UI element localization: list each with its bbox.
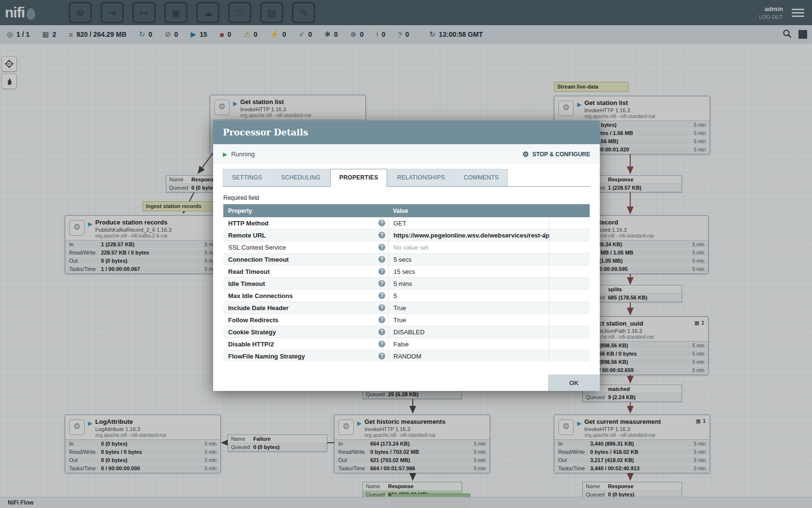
tab-scheduling[interactable]: SCHEDULING [272, 169, 330, 186]
property-value-cell: https://www.pegelonline.wsv.de/webservic… [388, 229, 550, 241]
row-spacer [550, 290, 590, 301]
help-icon[interactable]: ? [378, 256, 385, 263]
property-name: FlowFile Naming Strategy [228, 353, 305, 360]
property-row: Connection Timeout?5 secs [223, 254, 590, 266]
row-spacer [550, 314, 590, 326]
property-name-cell: HTTP Method? [223, 217, 388, 229]
property-row: HTTP Method?GET [223, 217, 590, 229]
info-icon[interactable]: i [543, 232, 545, 239]
row-spacer [550, 254, 590, 265]
property-column-header: Property [223, 208, 388, 214]
properties-table-header: Property Value [223, 204, 590, 217]
help-icon[interactable]: ? [378, 220, 385, 226]
property-name: Include Date Header [228, 304, 289, 312]
row-spacer [550, 326, 590, 338]
help-icon[interactable]: ? [378, 232, 385, 239]
property-name: Disable HTTP/2 [228, 341, 274, 348]
help-icon[interactable]: ? [378, 341, 385, 347]
property-value-cell: 5 mins [388, 278, 550, 289]
property-value: No value set [393, 244, 428, 251]
help-icon[interactable]: ? [378, 244, 385, 251]
running-status-icon: ▶ [223, 151, 227, 158]
property-value-cell: RANDOM [388, 350, 550, 361]
property-row: SSL Context Service?No value set [223, 241, 590, 254]
row-spacer [550, 217, 590, 229]
property-name-cell: Max Idle Connections? [223, 290, 388, 301]
help-icon[interactable]: ? [378, 268, 385, 275]
tab-settings[interactable]: SETTINGS [223, 169, 271, 186]
property-name-cell: Connection Timeout? [223, 254, 388, 265]
properties-table: Property Value HTTP Method?GETRemote URL… [223, 204, 590, 361]
property-name: SSL Context Service [228, 244, 286, 251]
property-name-cell: Disable HTTP/2? [223, 338, 388, 350]
row-spacer [550, 350, 590, 361]
required-field-note: Required field [223, 194, 590, 201]
property-value: GET [393, 220, 406, 227]
property-name-cell: Cookie Strategy? [223, 326, 388, 338]
property-value-cell: False [388, 338, 550, 350]
row-spacer [550, 302, 590, 314]
property-value: True [393, 304, 406, 312]
property-value-cell: No value set [388, 241, 550, 253]
dialog-tabs: SETTINGSSCHEDULINGPROPERTIESRELATIONSHIP… [223, 169, 590, 187]
property-row: Idle Timeout?5 mins [223, 278, 590, 290]
dialog-header: Processor Details [213, 120, 600, 144]
stop-configure-label: STOP & CONFIGURE [532, 151, 590, 158]
nifi-app: ⚙▶Get station listInvokeHTTP 1.16.3org.a… [0, 0, 812, 508]
property-value: False [393, 341, 409, 348]
property-value-cell: 15 secs [388, 266, 550, 277]
property-name-cell: Idle Timeout? [223, 278, 388, 289]
dialog-status-row: ▶ Running ⚙ STOP & CONFIGURE [213, 144, 600, 164]
property-name: Idle Timeout [228, 280, 265, 287]
property-name: Remote URL [228, 232, 266, 239]
property-value: 5 mins [393, 280, 412, 287]
row-spacer [550, 229, 590, 241]
property-name: Cookie Strategy [228, 329, 276, 336]
property-value: https://www.pegelonline.wsv.de/webservic… [393, 232, 550, 239]
help-icon[interactable]: ? [378, 329, 385, 335]
property-name: Max Idle Connections [228, 292, 293, 299]
row-spacer [550, 338, 590, 350]
property-name-cell: Remote URL? [223, 229, 388, 241]
property-value-cell: GET [388, 217, 550, 229]
property-name: Connection Timeout [228, 256, 289, 263]
property-row: FlowFile Naming Strategy?RANDOM [223, 350, 590, 361]
processor-details-dialog: Processor Details ▶ Running ⚙ STOP & CON… [213, 120, 600, 391]
property-row: Follow Redirects?True [223, 314, 590, 326]
property-value: 5 [393, 292, 397, 299]
dialog-title: Processor Details [223, 127, 308, 137]
help-icon[interactable]: ? [378, 353, 385, 359]
properties-table-body: HTTP Method?GETRemote URL?https://www.pe… [223, 217, 590, 361]
property-value-cell: True [388, 314, 550, 326]
property-name-cell: SSL Context Service? [223, 241, 388, 253]
tab-relationships[interactable]: RELATIONSHIPS [388, 169, 454, 186]
property-row: Max Idle Connections?5 [223, 290, 590, 302]
ok-button[interactable]: OK [548, 374, 600, 391]
property-name-cell: Include Date Header? [223, 302, 388, 314]
property-value-cell: 5 secs [388, 254, 550, 265]
property-value: 5 secs [393, 256, 412, 263]
property-row: Remote URL?https://www.pegelonline.wsv.d… [223, 229, 590, 241]
help-icon[interactable]: ? [378, 304, 385, 311]
property-row: Include Date Header?True [223, 302, 590, 314]
property-name: HTTP Method [228, 220, 269, 227]
property-name-cell: Follow Redirects? [223, 314, 388, 326]
property-row: Disable HTTP/2?False [223, 338, 590, 350]
property-row: Read Timeout?15 secs [223, 266, 590, 278]
property-name: Follow Redirects [228, 316, 278, 324]
help-icon[interactable]: ? [378, 316, 385, 323]
tab-comments[interactable]: COMMENTS [455, 169, 508, 186]
gear-icon: ⚙ [522, 150, 529, 159]
property-row: Cookie Strategy?DISABLED [223, 326, 590, 338]
tab-properties[interactable]: PROPERTIES [330, 169, 387, 187]
property-value-cell: DISABLED [388, 326, 550, 338]
row-spacer [550, 241, 590, 253]
running-status-label: Running [231, 150, 254, 158]
property-value-cell: 5 [388, 290, 550, 301]
help-icon[interactable]: ? [378, 280, 385, 287]
help-icon[interactable]: ? [378, 292, 385, 299]
stop-configure-button[interactable]: ⚙ STOP & CONFIGURE [522, 150, 590, 159]
row-spacer [550, 266, 590, 277]
property-name-cell: Read Timeout? [223, 266, 388, 277]
row-spacer [550, 278, 590, 289]
